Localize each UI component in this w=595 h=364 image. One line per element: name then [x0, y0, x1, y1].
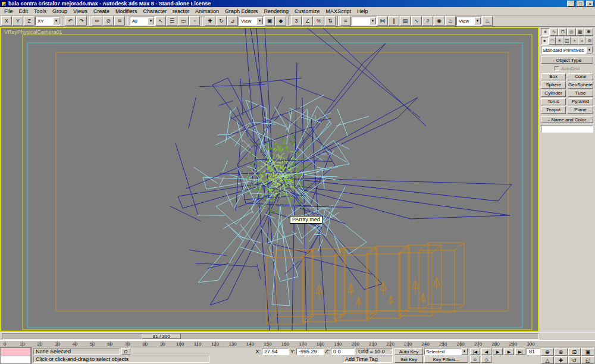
- window-crossing-toggle-button[interactable]: ▫: [189, 16, 200, 26]
- object-type-rollout-header[interactable]: - Object Type: [541, 57, 593, 64]
- category-cameras[interactable]: ◫: [563, 37, 571, 45]
- angle-snap-toggle-button[interactable]: ∠: [302, 16, 313, 26]
- create-pyramid-button[interactable]: Pyramid: [568, 98, 593, 105]
- menu-views[interactable]: Views: [70, 8, 90, 15]
- go-to-end-button[interactable]: ▶|: [515, 348, 525, 355]
- menu-tools[interactable]: Tools: [31, 8, 49, 15]
- menu-maxscript[interactable]: MAXScript: [323, 8, 355, 15]
- create-box-button[interactable]: Box: [541, 73, 566, 80]
- tab-motion[interactable]: ◎: [567, 28, 576, 36]
- category-systems[interactable]: ⊚: [585, 37, 593, 45]
- axis-constraint-z-button[interactable]: Z: [24, 16, 35, 26]
- select-by-name-button[interactable]: ☰: [167, 16, 177, 26]
- bind-to-space-warp-button[interactable]: ≋: [114, 16, 125, 26]
- pan-view-button[interactable]: ✚: [555, 356, 568, 364]
- snaps-toggle-button[interactable]: 3: [291, 16, 302, 26]
- material-editor-button[interactable]: ◉: [434, 16, 444, 26]
- category-geometry[interactable]: ●: [541, 37, 549, 45]
- mirror-button[interactable]: ⋈: [377, 16, 388, 26]
- spinner-snap-toggle-button[interactable]: ⇅: [325, 16, 336, 26]
- category-space-warps[interactable]: ≈: [578, 37, 586, 45]
- create-teapot-button[interactable]: Teapot: [541, 106, 566, 114]
- time-slider-button[interactable]: 81 / 300: [142, 334, 181, 339]
- autogrid-checkbox[interactable]: [555, 66, 559, 71]
- category-lights[interactable]: ☀: [556, 37, 563, 45]
- create-plane-button[interactable]: Plane: [568, 106, 593, 114]
- menu-file[interactable]: File: [1, 8, 16, 15]
- key-mode-dropdown[interactable]: Selected ▾: [424, 348, 468, 355]
- select-object-button[interactable]: ↖: [155, 16, 166, 26]
- menu-customize[interactable]: Customize: [292, 8, 323, 15]
- chevron-down-icon[interactable]: ▾: [148, 17, 154, 24]
- arc-rotate-button[interactable]: ↺: [568, 356, 581, 364]
- menu-create[interactable]: Create: [90, 8, 112, 15]
- menu-group[interactable]: Group: [49, 8, 70, 15]
- chevron-down-icon[interactable]: ▾: [256, 17, 263, 24]
- menu-edit[interactable]: Edit: [16, 8, 32, 15]
- zoom-extents-button[interactable]: ⊡: [568, 348, 581, 356]
- track-bar[interactable]: 0102030405060708090100110120130140150160…: [0, 340, 595, 347]
- use-pivot-point-center-button[interactable]: ▣: [264, 16, 275, 26]
- select-and-manipulate-button[interactable]: ◆: [275, 16, 286, 26]
- category-shapes[interactable]: ◠: [549, 37, 556, 45]
- min-max-toggle-button[interactable]: ◱: [581, 356, 594, 364]
- create-cone-button[interactable]: Cone: [568, 73, 593, 80]
- mini-listener-script-line[interactable]: [0, 356, 31, 364]
- edit-named-selection-sets-button[interactable]: ≡: [340, 16, 351, 26]
- axis-constraint-x-button[interactable]: X: [1, 16, 12, 26]
- z-coordinate-field[interactable]: 0.0: [331, 348, 355, 355]
- create-torus-button[interactable]: Torus: [541, 98, 566, 105]
- create-geosphere-button[interactable]: GeoSphere: [568, 81, 593, 89]
- menu-help[interactable]: Help: [354, 8, 371, 15]
- select-and-uniform-scale-button[interactable]: ⊿: [227, 16, 238, 26]
- tab-create[interactable]: ∗: [541, 28, 550, 36]
- time-configuration-button[interactable]: ◷: [481, 356, 491, 363]
- key-filters-button[interactable]: Key Filters...: [424, 356, 468, 363]
- name-color-rollout-header[interactable]: - Name and Color: [541, 116, 593, 123]
- render-scene-dialog-button[interactable]: ♨: [445, 16, 456, 26]
- create-tube-button[interactable]: Tube: [568, 90, 593, 97]
- add-time-tag[interactable]: Add Time Tag: [343, 356, 393, 363]
- previous-frame-button[interactable]: ◀: [481, 348, 491, 355]
- menu-reactor[interactable]: reactor: [170, 8, 192, 15]
- schematic-view-button[interactable]: #: [422, 16, 433, 26]
- redo-button[interactable]: ↷: [76, 16, 87, 26]
- chevron-down-icon[interactable]: ▾: [53, 17, 60, 24]
- zoom-button[interactable]: ⊕: [541, 348, 554, 356]
- axis-constraint-plane-dropdown[interactable]: XY▾: [35, 17, 60, 26]
- selection-filter-dropdown[interactable]: All▾: [130, 17, 155, 26]
- select-and-move-button[interactable]: ✚: [205, 16, 215, 26]
- menu-graph-editors[interactable]: Graph Editors: [222, 8, 261, 15]
- next-frame-button[interactable]: ▶: [504, 348, 514, 355]
- key-mode-toggle-button[interactable]: ⊙: [470, 356, 480, 363]
- primitives-dropdown[interactable]: Standard Primitives ▾: [541, 46, 593, 54]
- mini-listener-macro-line[interactable]: [0, 347, 31, 356]
- unlink-selection-button[interactable]: ⊘: [103, 16, 114, 26]
- align-button[interactable]: ∥: [389, 16, 399, 26]
- quick-render-button[interactable]: ♨: [482, 16, 493, 26]
- curve-editor-button[interactable]: ∿: [411, 16, 422, 26]
- rectangular-selection-region-button[interactable]: ▭: [178, 16, 189, 26]
- object-name-field[interactable]: [541, 125, 593, 133]
- tab-utilities[interactable]: ✱: [584, 28, 593, 36]
- chevron-down-icon[interactable]: ▾: [461, 348, 468, 355]
- chevron-down-icon[interactable]: ▾: [474, 17, 481, 24]
- reference-coordinate-system-dropdown[interactable]: View▾: [239, 17, 264, 26]
- minimize-button[interactable]: _: [567, 1, 575, 7]
- set-key-button[interactable]: Set Key: [394, 356, 423, 363]
- menu-rendering[interactable]: Rendering: [261, 8, 292, 15]
- menu-animation[interactable]: Animation: [192, 8, 222, 15]
- named-selection-sets-dropdown[interactable]: ▾: [352, 17, 377, 26]
- close-button[interactable]: ×: [586, 1, 594, 7]
- auto-key-button[interactable]: Auto Key: [394, 348, 423, 355]
- maximize-button[interactable]: □: [577, 1, 584, 7]
- selection-lock-icon[interactable]: Ω: [121, 348, 130, 355]
- zoom-extents-all-button[interactable]: ▣: [581, 348, 594, 356]
- maxscript-mini-listener[interactable]: [0, 347, 32, 364]
- x-coordinate-field[interactable]: 27.94: [262, 348, 289, 355]
- select-and-rotate-button[interactable]: ↻: [216, 16, 227, 26]
- category-helpers[interactable]: +: [571, 37, 578, 45]
- layer-manager-button[interactable]: ▤: [400, 16, 411, 26]
- title-bar[interactable]: bala contra cristal07 mejorado.max - Aut…: [0, 0, 595, 7]
- viewport-canvas[interactable]: [1, 28, 538, 331]
